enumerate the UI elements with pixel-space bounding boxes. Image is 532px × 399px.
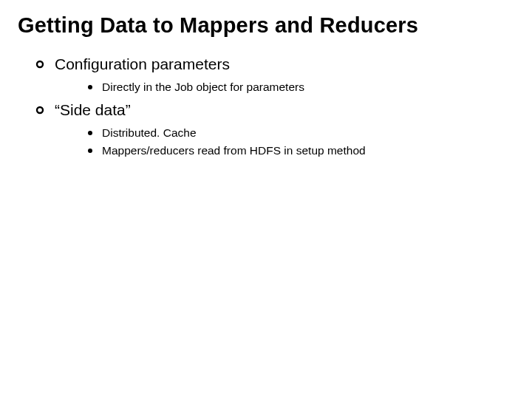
level2-text: Mappers/reducers read from HDFS in setup… — [102, 144, 366, 157]
dot-bullet-icon — [87, 84, 93, 90]
level2-text: Directly in the Job object for parameter… — [102, 81, 304, 94]
level1-text: Configuration parameters — [55, 55, 230, 73]
dot-bullet-icon — [87, 148, 93, 154]
level1-text: “Side data” — [55, 101, 131, 119]
list-item: Directly in the Job object for parameter… — [87, 81, 514, 94]
list-item: “Side data” — [35, 101, 514, 119]
list-item: Configuration parameters — [35, 55, 514, 73]
svg-point-1 — [88, 85, 92, 89]
svg-point-4 — [88, 149, 92, 153]
svg-point-2 — [37, 107, 43, 113]
bullet-level1: Configuration parameters Directly in the… — [35, 55, 514, 94]
svg-point-0 — [37, 61, 43, 67]
svg-point-3 — [88, 131, 92, 135]
slide: Getting Data to Mappers and Reducers Con… — [0, 0, 532, 399]
level2-text: Distributed. Cache — [102, 126, 197, 140]
slide-title: Getting Data to Mappers and Reducers — [18, 13, 514, 38]
ring-bullet-icon — [35, 60, 44, 69]
dot-bullet-icon — [87, 130, 93, 136]
list-item: Distributed. Cache — [87, 126, 514, 140]
ring-bullet-icon — [35, 106, 44, 115]
list-item: Mappers/reducers read from HDFS in setup… — [87, 144, 514, 157]
bullet-level2: Distributed. Cache Mappers/reducers read… — [87, 126, 514, 157]
bullet-level1: “Side data” Distributed. Cache Mappers/r… — [35, 101, 514, 157]
bullet-level2: Directly in the Job object for parameter… — [87, 81, 514, 94]
